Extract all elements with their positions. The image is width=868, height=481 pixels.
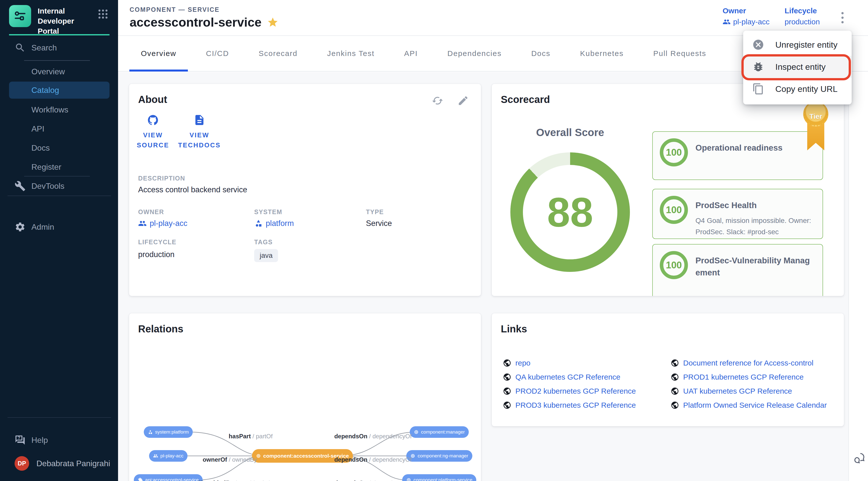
tab-label: Kubernetes: [580, 49, 624, 58]
more-options-kebab-icon[interactable]: [835, 8, 849, 27]
group-icon: [153, 453, 158, 458]
link-repo[interactable]: repo: [503, 359, 636, 367]
tab-pull-requests[interactable]: Pull Requests: [642, 36, 718, 71]
view-techdocs-label: VIEW: [190, 130, 209, 140]
sidebar-item-help[interactable]: ? Help: [0, 434, 118, 446]
owner-field-link[interactable]: pl-play-acc: [138, 219, 187, 228]
menu-item-label: Inspect entity: [775, 62, 826, 72]
scorecard-title: Scorecard: [501, 94, 550, 105]
link-prod1-kubernetes[interactable]: PROD1 kubernetes GCP Reference: [671, 373, 827, 381]
copy-icon: [752, 83, 764, 95]
link-doc-reference[interactable]: Document reference for Access-control: [671, 359, 827, 367]
brand-divider: [9, 34, 110, 35]
apps-grid-icon[interactable]: [96, 7, 110, 21]
link-qa-kubernetes[interactable]: QA kubernetes GCP Reference: [503, 373, 636, 381]
description-label: DESCRIPTION: [138, 175, 185, 182]
api-puzzle-icon: [138, 478, 143, 481]
chat-bubbles-icon[interactable]: [852, 452, 866, 465]
sidebar-item-label: Help: [31, 436, 48, 445]
sidebar-item-label: DevTools: [31, 182, 65, 191]
globe-icon: [671, 373, 679, 381]
owner-link[interactable]: pl-play-acc: [722, 18, 770, 26]
view-techdocs-button[interactable]: VIEW TECHDOCS: [177, 114, 222, 150]
document-icon: [193, 114, 206, 126]
sidebar-item-devtools[interactable]: DevTools: [0, 180, 118, 192]
system-field-link[interactable]: platform: [254, 219, 294, 228]
tab-dependencies[interactable]: Dependencies: [436, 36, 513, 71]
link-label: PROD1 kubernetes GCP Reference: [683, 373, 804, 381]
sidebar-item-api[interactable]: API: [0, 123, 118, 135]
ribbon-label: Tier: [809, 113, 822, 121]
sidebar-search[interactable]: Search: [0, 42, 118, 54]
link-label: QA kubernetes GCP Reference: [516, 373, 620, 381]
search-label: Search: [31, 43, 57, 53]
refresh-icon[interactable]: [432, 95, 443, 106]
sidebar-item-overview[interactable]: Overview: [0, 66, 118, 77]
tab-label: Docs: [531, 49, 550, 58]
tab-scorecard[interactable]: Scorecard: [247, 36, 309, 71]
score-item-title: Operational readiness: [695, 142, 783, 154]
menu-item-inspect-entity[interactable]: Inspect entity: [743, 56, 852, 78]
sidebar-user[interactable]: DP Debabrata Panigrahi: [0, 457, 118, 470]
tab-label: Scorecard: [259, 49, 298, 58]
edge-label-ownerof: ownerOf / ownedBy: [203, 456, 257, 463]
system-field-label: SYSTEM: [254, 209, 282, 216]
tab-cicd[interactable]: CI/CD: [194, 36, 241, 71]
wrench-icon: [14, 181, 26, 192]
breadcrumb: COMPONENT — SERVICE: [130, 6, 219, 13]
link-prod3-kubernetes[interactable]: PROD3 kubernetes GCP Reference: [503, 402, 636, 409]
tab-docs[interactable]: Docs: [520, 36, 562, 71]
link-release-calendar[interactable]: Platform Owned Service Release Calendar: [671, 402, 827, 409]
score-item-title: ProdSec-Vulnerability Management: [695, 255, 811, 279]
relation-node-pl-play-acc[interactable]: pl-play-acc: [149, 450, 188, 462]
sidebar-item-catalog[interactable]: Catalog: [9, 82, 110, 99]
favorite-star-icon[interactable]: [267, 17, 279, 28]
screen: Internal Developer Portal Search Overvie…: [0, 0, 868, 481]
relation-node-component-manager[interactable]: component:manager: [410, 426, 469, 438]
link-label: repo: [516, 359, 530, 367]
overall-score-donut: 88: [510, 152, 630, 272]
about-toolbar: [432, 95, 469, 106]
sidebar-item-admin[interactable]: Admin: [0, 221, 118, 233]
group-icon: [722, 18, 731, 26]
sidebar-item-register[interactable]: Register: [0, 161, 118, 173]
score-item: 100 ProdSec Health Q4 Goal, mission impo…: [652, 189, 823, 239]
relation-node-component-ng-manager[interactable]: component:ng-manager: [406, 450, 472, 462]
globe-icon: [671, 359, 679, 367]
lifecycle-block: Lifecycle production: [785, 6, 820, 26]
description-value: Access control backend service: [138, 185, 247, 194]
sidebar-item-label: Docs: [31, 143, 50, 153]
about-title: About: [138, 94, 167, 105]
sidebar-divider: [7, 196, 111, 196]
sidebar-item-label: Overview: [31, 67, 65, 76]
view-source-label: SOURCE: [136, 140, 169, 150]
tag-chip[interactable]: java: [254, 249, 278, 262]
app-logo-icon: [9, 5, 31, 27]
tab-overview[interactable]: Overview: [129, 36, 188, 71]
globe-icon: [503, 373, 512, 381]
links-title: Links: [501, 323, 527, 334]
globe-icon: [503, 401, 512, 410]
page-title: accesscontrol-service: [130, 15, 261, 30]
tab-api[interactable]: API: [393, 36, 429, 71]
owner-label: Owner: [722, 6, 770, 15]
view-source-button[interactable]: VIEW SOURCE: [136, 114, 169, 150]
tab-label: Overview: [141, 49, 176, 58]
link-label: UAT kubernetes GCP Reference: [683, 387, 792, 395]
relation-node-component-platform-service[interactable]: component:platform-service: [402, 474, 476, 481]
link-prod2-kubernetes[interactable]: PROD2 kubernetes GCP Reference: [503, 387, 636, 395]
type-field-label: TYPE: [366, 209, 384, 216]
tab-label: Dependencies: [447, 49, 502, 58]
menu-item-unregister-entity[interactable]: Unregister entity: [743, 34, 852, 56]
edit-pencil-icon[interactable]: [457, 95, 469, 106]
menu-item-copy-entity-url[interactable]: Copy entity URL: [743, 78, 852, 100]
tab-jenkins-test[interactable]: Jenkins Test: [315, 36, 386, 71]
sidebar-item-workflows[interactable]: Workflows: [0, 104, 118, 116]
tab-kubernetes[interactable]: Kubernetes: [569, 36, 635, 71]
system-icon: [148, 429, 153, 435]
sidebar-item-docs[interactable]: Docs: [0, 142, 118, 154]
system-icon: [254, 219, 263, 228]
relation-node-system-platform[interactable]: system:platform: [144, 426, 193, 438]
link-uat-kubernetes[interactable]: UAT kubernetes GCP Reference: [671, 387, 827, 395]
score-item: 100 ProdSec-Vulnerability Management: [652, 244, 823, 296]
